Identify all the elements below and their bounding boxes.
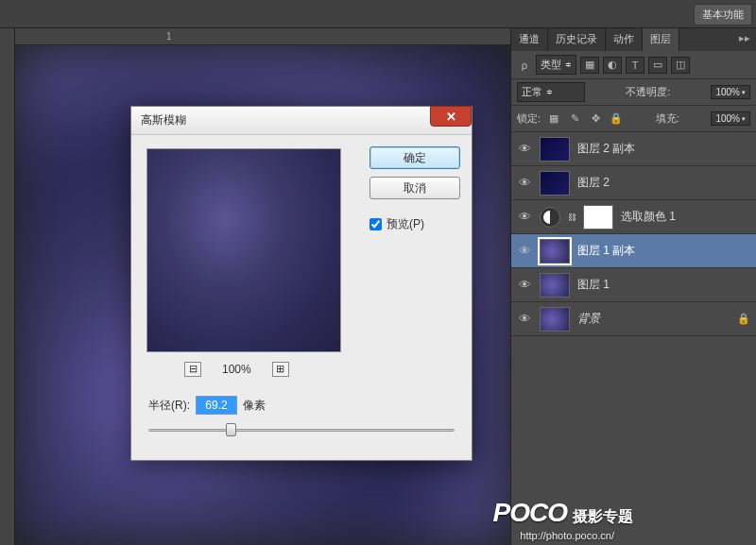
chevron-down-icon: ≑ xyxy=(546,88,553,96)
radius-unit: 像素 xyxy=(243,398,266,414)
lock-position-icon[interactable]: ✥ xyxy=(588,112,603,126)
slider-knob[interactable] xyxy=(226,423,236,436)
preview-checkbox-row[interactable]: 预览(P) xyxy=(369,216,460,232)
close-button[interactable]: ✕ xyxy=(430,106,472,127)
radius-slider[interactable] xyxy=(148,422,455,437)
layer-row-selected[interactable]: 👁 图层 1 副本 xyxy=(511,234,756,268)
filter-pixel-icon[interactable]: ▦ xyxy=(580,57,599,74)
layer-name[interactable]: 选取颜色 1 xyxy=(621,209,676,225)
link-icon: ⛓ xyxy=(568,213,576,222)
lock-pixels-icon[interactable]: ▦ xyxy=(546,112,561,126)
dialog-titlebar[interactable]: 高斯模糊 ✕ xyxy=(131,107,472,135)
visibility-icon[interactable]: 👁 xyxy=(517,312,532,326)
visibility-icon[interactable]: 👁 xyxy=(517,142,532,156)
watermark-url: http://photo.poco.cn/ xyxy=(520,530,614,541)
layer-row[interactable]: 👁 图层 1 xyxy=(511,268,756,302)
ok-button[interactable]: 确定 xyxy=(369,146,460,169)
mask-thumbnail[interactable] xyxy=(583,205,613,230)
tab-layers[interactable]: 图层 xyxy=(643,28,679,51)
visibility-icon[interactable]: 👁 xyxy=(517,278,532,292)
opacity-label: 不透明度: xyxy=(626,85,670,99)
tab-history[interactable]: 历史记录 xyxy=(548,28,606,51)
zoom-in-button[interactable]: ⊞ xyxy=(272,362,289,377)
filter-smart-icon[interactable]: ◫ xyxy=(671,57,690,74)
blend-mode-select[interactable]: 正常≑ xyxy=(517,82,585,102)
lock-paint-icon[interactable]: ✎ xyxy=(567,112,582,126)
ruler-vertical xyxy=(0,28,15,545)
basic-functions-button[interactable]: 基本功能 xyxy=(694,4,752,26)
preview-checkbox[interactable] xyxy=(369,218,382,230)
slider-track xyxy=(148,429,455,432)
layer-name[interactable]: 图层 2 xyxy=(577,175,610,191)
preview-box[interactable] xyxy=(146,148,341,352)
zoom-out-button[interactable]: ⊟ xyxy=(184,362,201,377)
layer-name[interactable]: 图层 1 副本 xyxy=(577,243,635,259)
layer-row[interactable]: 👁 ⛓ 选取颜色 1 xyxy=(511,200,756,234)
filter-type-icon[interactable]: T xyxy=(626,57,644,74)
layer-name[interactable]: 图层 1 xyxy=(577,277,610,293)
preview-checkbox-label: 预览(P) xyxy=(387,216,424,232)
filter-adjust-icon[interactable]: ◐ xyxy=(603,57,622,74)
dialog-title: 高斯模糊 xyxy=(141,112,186,128)
cancel-button[interactable]: 取消 xyxy=(369,177,460,199)
layer-thumbnail[interactable] xyxy=(540,307,570,332)
visibility-icon[interactable]: 👁 xyxy=(517,210,532,224)
fill-label: 填充: xyxy=(656,111,679,126)
right-panel: 通道 历史记录 动作 图层 ▸▸ ρ 类型≑ ▦ ◐ T ▭ ◫ 正常≑ xyxy=(510,28,756,545)
layer-row[interactable]: 👁 图层 2 xyxy=(511,166,756,200)
lock-all-icon[interactable]: 🔒 xyxy=(609,112,624,126)
visibility-icon[interactable]: 👁 xyxy=(517,244,532,258)
chevron-down-icon: ≑ xyxy=(565,60,572,69)
tab-channels[interactable]: 通道 xyxy=(511,28,548,51)
layer-row[interactable]: 👁 图层 2 副本 xyxy=(511,132,756,166)
layer-name[interactable]: 图层 2 副本 xyxy=(577,141,635,157)
radius-label: 半径(R): xyxy=(148,398,190,414)
fill-field[interactable]: 100%▾ xyxy=(711,111,750,126)
close-icon: ✕ xyxy=(446,110,456,124)
panel-menu-icon[interactable]: ▸▸ xyxy=(733,28,756,51)
layer-thumbnail[interactable] xyxy=(540,273,570,298)
lock-label: 锁定: xyxy=(517,111,541,126)
gaussian-blur-dialog: 高斯模糊 ✕ ⊟ 100% ⊞ 半径(R): 像素 xyxy=(130,106,472,461)
watermark: POCO 摄影专题 xyxy=(493,498,633,528)
layer-row[interactable]: 👁 背景 🔒 xyxy=(511,302,756,336)
layers-list: 👁 图层 2 副本 👁 图层 2 👁 ⛓ 选取颜色 1 � xyxy=(511,132,756,336)
watermark-brand: POCO xyxy=(493,498,567,528)
opacity-field[interactable]: 100%▾ xyxy=(711,85,750,99)
layer-filter-kind[interactable]: 类型≑ xyxy=(536,55,576,75)
layer-name[interactable]: 背景 xyxy=(577,311,600,327)
filter-shape-icon[interactable]: ▭ xyxy=(648,57,667,74)
layer-thumbnail[interactable] xyxy=(540,239,570,264)
lock-icon: 🔒 xyxy=(737,313,750,325)
radius-input[interactable] xyxy=(196,396,237,415)
layer-thumbnail[interactable] xyxy=(540,171,570,196)
watermark-sub: 摄影专题 xyxy=(573,507,633,527)
tab-actions[interactable]: 动作 xyxy=(606,28,643,51)
ruler-horizontal: 1 xyxy=(15,28,510,45)
layer-thumbnail[interactable] xyxy=(540,137,570,162)
search-icon[interactable]: ρ xyxy=(517,59,532,72)
adjustment-icon[interactable] xyxy=(540,207,560,228)
visibility-icon[interactable]: 👁 xyxy=(517,176,532,190)
zoom-level: 100% xyxy=(222,363,251,376)
